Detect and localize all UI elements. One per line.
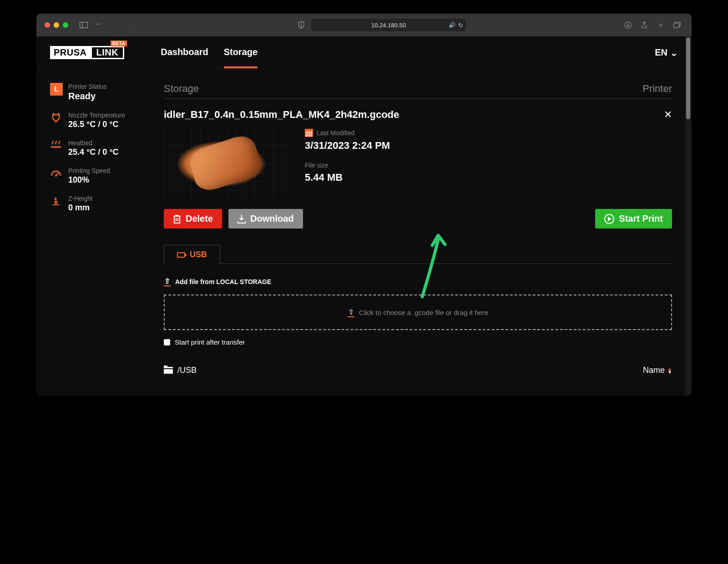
add-file-label: Add file from LOCAL STORAGE <box>175 278 271 285</box>
nav-buttons: 〈 〉 <box>112 20 139 30</box>
sidebar-toggle-group: ﹀ <box>77 20 105 30</box>
nav-back-icon[interactable]: 〈 <box>112 20 125 30</box>
chevron-down-icon[interactable]: ﹀ <box>92 20 105 30</box>
page-subtitle: Printer <box>642 83 672 95</box>
share-icon[interactable] <box>638 20 651 30</box>
sort-arrows-icon: ▲▼ <box>667 367 672 374</box>
upload-section: ⇧ Add file from LOCAL STORAGE ⇧ Click to… <box>164 277 672 346</box>
browser-toolbar: ﹀ 〈 〉 10.24.180.50 🔊 ↻ ＋ <box>36 14 692 36</box>
language-selector[interactable]: EN ⌄ <box>655 47 678 58</box>
speed-value: 100% <box>68 175 110 185</box>
z-value: 0 mm <box>68 203 93 213</box>
nozzle-temp: Nozzle Temperature 26.5 °C / 0 °C <box>50 112 155 129</box>
tabs-overview-icon[interactable] <box>671 20 683 30</box>
speed-icon <box>50 167 62 179</box>
address-text: 10.24.180.50 <box>371 22 406 29</box>
speed-label: Printing Speed <box>68 167 110 174</box>
file-name: idler_B17_0.4n_0.15mm_PLA_MK4_2h42m.gcod… <box>164 109 399 121</box>
upload-icon: ⇧ <box>348 308 354 317</box>
print-speed: Printing Speed 100% <box>50 167 155 185</box>
window-controls <box>45 22 68 28</box>
sort-toggle[interactable]: Name ▲▼ <box>643 366 672 375</box>
size-label: File size <box>305 162 390 169</box>
trash-icon <box>173 214 181 224</box>
address-bar[interactable]: 10.24.180.50 🔊 ↻ <box>311 19 466 31</box>
page-title: Storage <box>164 83 199 95</box>
new-tab-icon[interactable]: ＋ <box>654 20 667 30</box>
heatbed-value: 25.4 °C / 0 °C <box>68 147 118 157</box>
sort-label: Name <box>643 366 665 375</box>
z-height-icon: z <box>50 195 62 207</box>
start-label: Start Print <box>619 213 663 224</box>
z-height: z Z-Height 0 mm <box>50 195 155 213</box>
nozzle-label: Nozzle Temperature <box>68 112 125 119</box>
tab-usb[interactable]: USB <box>164 245 220 264</box>
size-value: 5.44 MB <box>305 172 390 183</box>
heatbed-label: Heatbed <box>68 139 118 147</box>
chevron-down-icon: ⌄ <box>670 47 678 58</box>
add-file-link[interactable]: ⇧ Add file from LOCAL STORAGE <box>164 277 672 286</box>
heatbed-temp: Heatbed 25.4 °C / 0 °C <box>50 139 155 157</box>
sound-icon[interactable]: 🔊 <box>449 22 455 28</box>
download-button[interactable]: Download <box>228 209 303 229</box>
scrollbar[interactable] <box>685 36 692 396</box>
file-header: idler_B17_0.4n_0.15mm_PLA_MK4_2h42m.gcod… <box>164 109 672 121</box>
heatbed-icon <box>50 139 62 151</box>
action-row: Delete Download Start Print <box>164 209 672 229</box>
upload-icon: ⇧ <box>164 277 171 286</box>
sidebar-icon[interactable] <box>77 20 90 30</box>
close-icon[interactable]: ✕ <box>664 109 672 121</box>
close-window-icon[interactable] <box>45 22 50 28</box>
status-sidebar: L Printer Status Ready Nozzle Temperatur… <box>36 69 164 375</box>
nozzle-icon <box>50 112 62 123</box>
nav-dashboard[interactable]: Dashboard <box>161 37 208 68</box>
file-detail: Last Modified 3/31/2023 2:24 PM File siz… <box>164 128 672 200</box>
printer-status: L Printer Status Ready <box>50 83 155 102</box>
modified-value: 3/31/2023 2:24 PM <box>305 140 390 152</box>
status-badge-icon: L <box>50 83 63 96</box>
nav-forward-icon[interactable]: 〉 <box>126 20 139 30</box>
logo[interactable]: BETA PRUSA LINK <box>50 46 124 59</box>
minimize-window-icon[interactable] <box>54 22 59 28</box>
usb-icon <box>177 252 185 258</box>
checkbox-icon[interactable] <box>164 339 170 346</box>
browser-window: ﹀ 〈 〉 10.24.180.50 🔊 ↻ ＋ <box>36 14 692 396</box>
folder-path[interactable]: /USB <box>164 366 197 375</box>
file-size: File size 5.44 MB <box>305 162 390 183</box>
modified-label: Last Modified <box>317 129 354 137</box>
reload-icon[interactable]: ↻ <box>458 22 463 29</box>
folder-row: /USB Name ▲▼ <box>164 365 672 375</box>
logo-link: LINK <box>91 46 125 59</box>
logo-prusa: PRUSA <box>50 46 91 59</box>
checkbox-label: Start print after transfer <box>175 338 245 346</box>
scroll-thumb[interactable] <box>686 37 690 119</box>
download-label: Download <box>250 213 294 224</box>
beta-badge: BETA <box>111 41 127 46</box>
main-nav: Dashboard Storage <box>161 37 258 68</box>
main-panel: Storage Printer idler_B17_0.4n_0.15mm_PL… <box>164 69 685 375</box>
storage-tabs: USB <box>164 244 672 264</box>
svg-line-7 <box>56 173 58 176</box>
svg-rect-0 <box>80 22 88 28</box>
svg-rect-4 <box>674 23 679 28</box>
calendar-icon <box>305 129 313 137</box>
file-dropzone[interactable]: ⇧ Click to choose a .gcode file or drag … <box>164 295 672 330</box>
status-label: Printer Status <box>68 83 107 90</box>
tab-usb-label: USB <box>190 250 207 259</box>
dropzone-text: Click to choose a .gcode file or drag it… <box>359 309 488 316</box>
delete-label: Delete <box>186 213 213 224</box>
play-icon <box>604 214 614 224</box>
nav-storage[interactable]: Storage <box>224 37 258 68</box>
status-value: Ready <box>68 91 107 102</box>
folder-path-text: /USB <box>177 366 197 375</box>
autostart-checkbox-row[interactable]: Start print after transfer <box>164 338 672 346</box>
privacy-shield-icon[interactable] <box>295 20 308 30</box>
file-preview <box>164 128 291 200</box>
delete-button[interactable]: Delete <box>164 209 222 229</box>
maximize-window-icon[interactable] <box>63 22 68 28</box>
downloads-icon[interactable] <box>622 20 634 30</box>
download-icon <box>238 214 246 224</box>
app-header: BETA PRUSA LINK Dashboard Storage EN ⌄ <box>36 36 692 69</box>
start-print-button[interactable]: Start Print <box>595 209 672 229</box>
z-label: Z-Height <box>68 195 93 202</box>
